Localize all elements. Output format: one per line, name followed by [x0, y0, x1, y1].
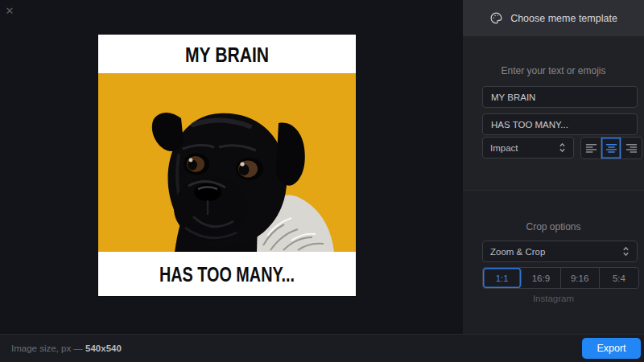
footer-bar: Image size, px — 540x540 Export — [0, 334, 644, 362]
font-select-value: Impact — [490, 143, 518, 153]
image-size-value: 540x540 — [85, 343, 122, 353]
updown-stepper-icon — [559, 142, 566, 153]
bottom-text-input[interactable] — [482, 113, 638, 135]
meme-top-text: MY BRAIN — [185, 43, 269, 67]
ratio-hint-label: Instagram — [463, 294, 644, 303]
align-right-icon — [625, 143, 638, 153]
ratio-9-16-button[interactable]: 9:16 — [561, 268, 600, 288]
updown-stepper-icon — [622, 246, 630, 257]
align-left-icon — [585, 143, 597, 153]
sidebar: Choose meme template Enter your text or … — [463, 0, 644, 334]
editor-canvas: ✕ — [0, 0, 463, 334]
image-size-label: Image size, px — — [11, 343, 85, 353]
text-section-label: Enter your text or emojis — [463, 65, 644, 76]
ratio-5-4-button[interactable]: 5:4 — [600, 268, 638, 288]
image-size-info: Image size, px — 540x540 — [11, 343, 122, 353]
align-left-button[interactable] — [581, 138, 601, 158]
align-center-button[interactable] — [601, 138, 621, 158]
app-window: ✕ — [0, 0, 644, 362]
crop-mode-value: Zoom & Crop — [490, 247, 545, 257]
choose-template-button[interactable]: Choose meme template — [463, 0, 644, 36]
crop-section-label: Crop options — [463, 221, 644, 232]
alignment-group — [580, 137, 642, 159]
palette-icon — [489, 11, 503, 25]
crop-mode-select[interactable]: Zoom & Crop — [482, 241, 638, 262]
top-text-input[interactable] — [482, 86, 638, 108]
ratio-1-1-button[interactable]: 1:1 — [483, 268, 522, 288]
ratio-16-9-button[interactable]: 16:9 — [522, 268, 560, 288]
align-right-button[interactable] — [621, 138, 642, 158]
crop-section: Crop options Zoom & Crop 1:1 16:9 9:16 5… — [463, 190, 644, 334]
align-center-icon — [605, 143, 617, 153]
aspect-ratio-group: 1:1 16:9 9:16 5:4 — [482, 267, 639, 289]
export-button[interactable]: Export — [582, 338, 641, 359]
choose-template-label: Choose meme template — [510, 13, 617, 24]
meme-bottom-text: HAS TOO MANY... — [159, 262, 295, 286]
meme-preview: MY BRAIN HAS TOO MANY... — [98, 35, 356, 296]
font-select[interactable]: Impact — [482, 137, 574, 158]
meme-image[interactable]: MY BRAIN HAS TOO MANY... — [98, 35, 356, 296]
close-icon[interactable]: ✕ — [3, 5, 16, 18]
